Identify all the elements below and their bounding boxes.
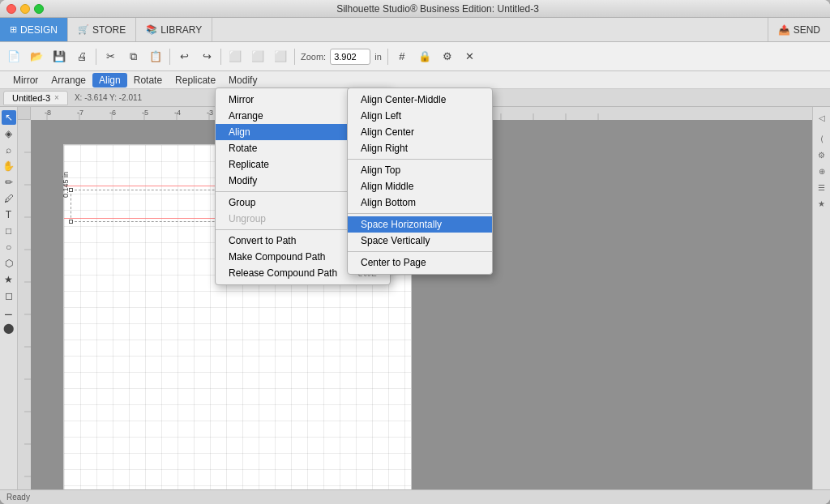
bottom-bar: Ready	[0, 489, 830, 504]
paste-btn[interactable]: 📋	[145, 46, 166, 67]
main-window: Silhouette Studio® Business Edition: Unt…	[0, 0, 830, 504]
tool-polygon[interactable]: ⬡	[2, 256, 16, 271]
dimension-label: 10.027 in	[220, 226, 254, 235]
open-btn[interactable]: 📂	[26, 46, 47, 67]
doc-tab-label: Untitled-3	[12, 93, 50, 103]
tab-design[interactable]: ⊞ DESIGN	[0, 18, 68, 41]
sep2	[169, 49, 170, 65]
tool-star[interactable]: ★	[2, 272, 16, 287]
tab-design-label: DESIGN	[20, 24, 58, 36]
height-label: 0.145 in	[62, 172, 70, 198]
left-toolbar: ↖ ◈ ⌕ ✋ ✏ 🖊 T □ ○ ⬡ ★ ◻ ⚊ ⬤	[0, 107, 18, 489]
maximize-button[interactable]	[34, 4, 44, 14]
canvas-content[interactable]: 10.027 in 0.145 in	[31, 120, 812, 489]
undo-btn[interactable]: ↩	[173, 46, 195, 67]
guide-line-top	[64, 186, 411, 186]
svg-text:1: 1	[337, 109, 341, 117]
titlebar: Silhouette Studio® Business Edition: Unt…	[0, 0, 830, 18]
svg-text:-5: -5	[142, 109, 148, 117]
copy-btn[interactable]: ⧉	[122, 46, 143, 67]
lock-btn[interactable]: 🔒	[414, 46, 435, 67]
store-icon: 🛒	[78, 24, 89, 35]
rpanel-expand[interactable]: ◁	[815, 110, 829, 125]
rpanel-tool4[interactable]: ☰	[815, 180, 829, 194]
rpanel-tool2[interactable]: ⚙	[815, 147, 829, 162]
sep4	[294, 49, 295, 65]
menu-mirror[interactable]: Mirror	[6, 73, 45, 88]
canvas-area[interactable]: -8 -7 -6 -5 -4 -3 -2 -1 0 1 2 3 4 5	[18, 107, 812, 489]
tool-pan[interactable]: ✋	[2, 159, 16, 173]
svg-rect-33	[18, 120, 31, 489]
right-panel: ◁ ⟨ ⚙ ⊕ ☰ ★	[812, 107, 830, 489]
cut-btn[interactable]: ✂	[100, 46, 121, 67]
doc-tab-close[interactable]: ×	[54, 93, 59, 102]
handle-bl[interactable]	[69, 220, 73, 224]
align-left-btn[interactable]: ⬜	[225, 46, 246, 67]
delete-btn[interactable]: ✕	[460, 46, 481, 67]
print-btn[interactable]: 🖨	[71, 46, 92, 67]
tab-store[interactable]: 🛒 STORE	[68, 18, 136, 41]
tool-paint[interactable]: ⬤	[2, 321, 16, 335]
tool-pointer[interactable]: ↖	[2, 110, 16, 125]
doc-tab[interactable]: Untitled-3 ×	[3, 91, 68, 105]
settings-btn[interactable]: ⚙	[437, 46, 458, 67]
menu-align[interactable]: Align	[92, 73, 127, 88]
svg-text:-2: -2	[239, 109, 246, 117]
svg-text:0: 0	[308, 109, 312, 117]
svg-text:2: 2	[370, 109, 374, 117]
svg-text:-4: -4	[174, 109, 181, 117]
tab-row: Untitled-3 × X: -3.614 Y: -2.011	[0, 89, 830, 107]
zoom-label: Zoom:	[298, 52, 328, 62]
svg-text:-7: -7	[77, 109, 83, 117]
svg-text:-1: -1	[272, 109, 278, 117]
tab-library[interactable]: 📚 LIBRARY	[136, 18, 212, 41]
redo-btn[interactable]: ↪	[196, 46, 217, 67]
tool-draw[interactable]: ✏	[2, 175, 16, 190]
tool-knife[interactable]: ⚊	[2, 305, 16, 319]
tool-text[interactable]: T	[2, 207, 16, 222]
ruler-corner	[18, 107, 31, 120]
send-button[interactable]: 📤 SEND	[768, 18, 830, 41]
save-btn[interactable]: 💾	[49, 46, 70, 67]
crosshair	[232, 200, 243, 211]
minimize-button[interactable]	[20, 4, 30, 14]
toolbar: 📄 📂 💾 🖨 ✂ ⧉ 📋 ↩ ↪ ⬜ ⬜ ⬜ Zoom: in # 🔒 ⚙ ✕	[0, 42, 830, 71]
tool-zoom[interactable]: ⌕	[2, 143, 16, 157]
nav-tabs: ⊞ DESIGN 🛒 STORE 📚 LIBRARY	[0, 18, 212, 41]
ruler-horizontal: -8 -7 -6 -5 -4 -3 -2 -1 0 1 2 3 4 5	[31, 107, 812, 120]
node-handle[interactable]	[234, 166, 241, 173]
rpanel-tool3[interactable]: ⊕	[815, 164, 829, 178]
tool-erase[interactable]: ◻	[2, 288, 16, 303]
traffic-lights	[6, 4, 44, 14]
tool-ellipse[interactable]: ○	[2, 240, 16, 254]
svg-text:4: 4	[434, 109, 439, 117]
tool-node[interactable]: ◈	[2, 126, 16, 141]
menu-bar: Mirror Arrange Align Rotate Replicate Mo…	[0, 71, 830, 89]
handle-tr[interactable]	[402, 188, 406, 192]
new-btn[interactable]: 📄	[3, 46, 24, 67]
handle-br[interactable]	[402, 220, 406, 224]
svg-text:3: 3	[402, 109, 406, 117]
menu-replicate[interactable]: Replicate	[169, 73, 222, 88]
rpanel-tool1[interactable]: ⟨	[815, 131, 829, 146]
svg-text:-3: -3	[207, 109, 213, 117]
menu-rotate[interactable]: Rotate	[127, 73, 169, 88]
align-center-btn[interactable]: ⬜	[247, 46, 268, 67]
library-icon: 📚	[146, 24, 157, 35]
zoom-input[interactable]	[330, 49, 370, 65]
grid-btn[interactable]: #	[391, 46, 413, 67]
main-area: ↖ ◈ ⌕ ✋ ✏ 🖊 T □ ○ ⬡ ★ ◻ ⚊ ⬤	[0, 107, 830, 489]
svg-text:-8: -8	[45, 109, 51, 117]
tool-pen[interactable]: 🖊	[2, 191, 16, 206]
sep5	[387, 49, 388, 65]
tool-shape[interactable]: □	[2, 224, 16, 238]
close-button[interactable]	[6, 4, 16, 14]
menu-modify[interactable]: Modify	[222, 73, 263, 88]
ruler-v-svg: 1 2 3 4 5 6 7 8 9 10 11	[18, 120, 31, 489]
tab-library-label: LIBRARY	[160, 24, 202, 36]
selection-rect	[71, 190, 404, 222]
svg-text:-6: -6	[109, 109, 116, 117]
menu-arrange[interactable]: Arrange	[45, 73, 92, 88]
align-right-btn[interactable]: ⬜	[270, 46, 291, 67]
rpanel-tool5[interactable]: ★	[815, 196, 829, 211]
